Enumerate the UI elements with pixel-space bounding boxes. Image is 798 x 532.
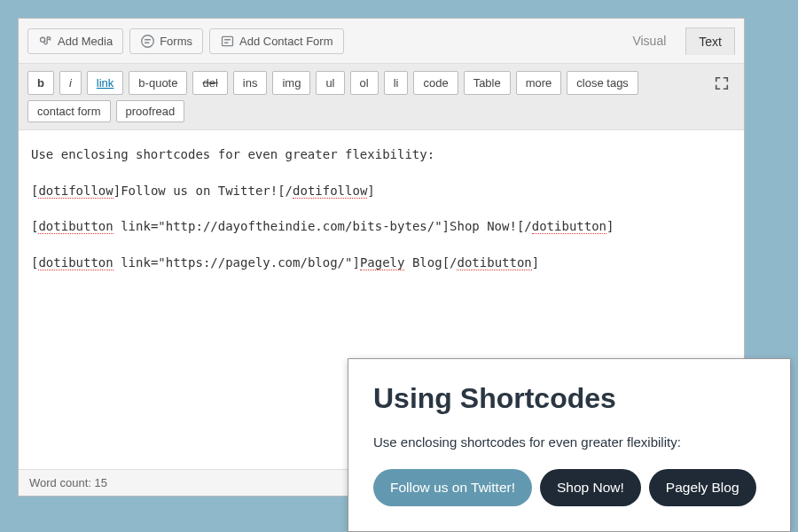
qt-close-tags[interactable]: close tags bbox=[567, 71, 638, 95]
qt-table[interactable]: Table bbox=[464, 71, 511, 95]
qt-ins[interactable]: ins bbox=[233, 71, 268, 95]
qt-bquote[interactable]: b-quote bbox=[129, 71, 187, 95]
add-contact-form-button[interactable]: Add Contact Form bbox=[209, 28, 344, 54]
qt-link[interactable]: link bbox=[87, 71, 124, 95]
add-media-label: Add Media bbox=[58, 35, 113, 48]
tab-text[interactable]: Text bbox=[685, 27, 735, 55]
editor-line-3: [dotibutton link="http://dayoftheindie.c… bbox=[31, 215, 732, 239]
editor-line-1: Use enclosing shortcodes for even greate… bbox=[31, 143, 732, 167]
tab-visual[interactable]: Visual bbox=[619, 27, 679, 55]
add-contact-form-label: Add Contact Form bbox=[239, 35, 333, 48]
qt-proofread[interactable]: proofread bbox=[116, 100, 185, 122]
pagely-blog-button[interactable]: Pagely Blog bbox=[649, 469, 756, 506]
svg-point-1 bbox=[142, 35, 154, 47]
qt-bold[interactable]: b bbox=[27, 71, 54, 95]
add-media-button[interactable]: Add Media bbox=[27, 28, 123, 54]
qt-del[interactable]: del bbox=[192, 71, 227, 95]
svg-rect-2 bbox=[223, 36, 233, 45]
forms-label: Forms bbox=[160, 35, 192, 48]
preview-button-row: Follow us on Twitter! Shop Now! Pagely B… bbox=[373, 469, 765, 506]
camera-music-icon bbox=[38, 34, 53, 49]
preview-title: Using Shortcodes bbox=[373, 382, 765, 415]
follow-twitter-button[interactable]: Follow us on Twitter! bbox=[373, 469, 532, 506]
qt-li[interactable]: li bbox=[384, 71, 409, 95]
distraction-free-button[interactable] bbox=[708, 71, 735, 95]
preview-text: Use enclosing shortcodes for even greate… bbox=[373, 434, 765, 450]
qt-ol[interactable]: ol bbox=[350, 71, 379, 95]
word-count: Word count: 15 bbox=[29, 476, 107, 489]
preview-card: Using Shortcodes Use enclosing shortcode… bbox=[348, 358, 791, 532]
quicktags-toolbar: b i link b-quote del ins img ul ol li co… bbox=[19, 64, 744, 130]
form-fields-icon bbox=[220, 34, 235, 49]
qt-code[interactable]: code bbox=[413, 71, 458, 95]
forms-button[interactable]: Forms bbox=[129, 28, 203, 54]
editor-line-4: [dotibutton link="https://pagely.com/blo… bbox=[31, 251, 732, 275]
form-circle-icon bbox=[140, 34, 155, 49]
qt-italic[interactable]: i bbox=[59, 71, 82, 95]
qt-contact-form[interactable]: contact form bbox=[27, 100, 111, 122]
top-toolbar: Add Media Forms Add Contact Form Visual … bbox=[19, 19, 744, 64]
qt-more[interactable]: more bbox=[516, 71, 562, 95]
editor-line-2: [dotifollow]Follow us on Twitter![/dotif… bbox=[31, 179, 732, 203]
shop-now-button[interactable]: Shop Now! bbox=[540, 469, 641, 506]
qt-img[interactable]: img bbox=[272, 71, 310, 95]
fullscreen-icon bbox=[714, 75, 730, 91]
qt-ul[interactable]: ul bbox=[316, 71, 344, 95]
